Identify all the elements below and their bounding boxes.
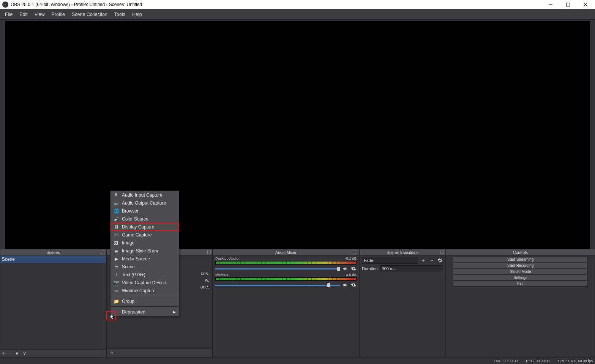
context-menu-item[interactable]: 🎙Audio Input Capture — [110, 191, 179, 199]
mic-icon: 🎙 — [114, 192, 119, 198]
maximize-button[interactable] — [559, 0, 577, 9]
scene-add-button[interactable]: + — [2, 350, 5, 356]
mouse-cursor-icon — [110, 314, 115, 320]
folder-icon: 📁 — [114, 299, 119, 304]
volume-slider[interactable] — [215, 285, 340, 286]
dock-mixer-title: Audio Mixer — [275, 250, 296, 255]
menu-profile[interactable]: Profile — [48, 9, 68, 19]
vu-meter — [215, 277, 357, 281]
menu-scene-collection[interactable]: Scene Collection — [68, 9, 111, 19]
context-menu-item-label: Text (GDI+) — [122, 272, 145, 277]
status-cpu: CPU: 1.4%, 60.00 fps — [558, 359, 593, 363]
volume-slider[interactable] — [215, 268, 340, 269]
context-menu-item[interactable]: TText (GDI+) — [110, 271, 179, 279]
exit-button[interactable]: Exit — [453, 281, 588, 287]
mixer-track: Mic/Aux -3.0 dB — [213, 272, 359, 288]
context-menu-item-label: Audio Output Capture — [122, 200, 166, 206]
minimize-button[interactable] — [542, 0, 559, 9]
dock-mixer-header[interactable]: Audio Mixer — [213, 249, 359, 255]
dock-detach-icon[interactable] — [354, 251, 357, 254]
transition-duration-input[interactable] — [380, 265, 443, 272]
preview-canvas[interactable] — [5, 21, 590, 249]
vu-meter — [215, 261, 357, 265]
studio-mode-button[interactable]: Studio Mode — [453, 269, 588, 274]
scene-move-down-button[interactable]: ∨ — [23, 350, 27, 356]
context-menu-item[interactable]: 🖌Color Source — [110, 215, 179, 223]
window-icon: ▭ — [114, 288, 119, 293]
monitor-icon: 🖥 — [114, 224, 119, 230]
obs-logo-icon — [2, 2, 8, 8]
transition-remove-button[interactable]: − — [429, 257, 435, 263]
globe-icon: 🌐 — [114, 208, 119, 214]
status-rec: REC: 00:00:00 — [526, 359, 549, 363]
menu-help[interactable]: Help — [129, 9, 145, 19]
play-icon: ▶ — [114, 256, 119, 262]
context-menu-item[interactable]: ☰Scene — [110, 263, 179, 271]
menu-edit[interactable]: Edit — [16, 9, 31, 19]
start-recording-button[interactable]: Start Recording — [453, 263, 588, 268]
scene-remove-button[interactable]: − — [9, 350, 12, 356]
context-menu-item-deprecated[interactable]: Deprecated▶ — [110, 308, 179, 316]
context-menu-item[interactable]: 🎮Game Capture — [110, 231, 179, 239]
menu-separator — [110, 296, 179, 296]
mixer-track-name: Desktop Audio — [215, 256, 238, 260]
context-menu-item[interactable]: 🌐Browser — [110, 207, 179, 215]
dock-scenes: Scenes Scene + − ∧ ∨ — [0, 249, 106, 357]
mute-button[interactable] — [342, 282, 348, 288]
sources-empty-hint: ces. w, one. — [200, 271, 209, 290]
scene-move-up-button[interactable]: ∧ — [15, 350, 19, 356]
dock-detach-icon[interactable] — [207, 251, 211, 254]
dock-scenes-header[interactable]: Scenes — [0, 249, 106, 255]
scene-row[interactable]: Scene — [0, 255, 106, 263]
svg-rect-3 — [567, 3, 570, 6]
dock-transitions-header[interactable]: Scene Transitions — [360, 249, 445, 255]
transition-settings-button[interactable] — [437, 257, 443, 263]
gamepad-icon: 🎮 — [114, 232, 119, 238]
settings-button[interactable]: Settings — [453, 275, 588, 280]
context-menu-item[interactable]: 📷Video Capture Device — [110, 279, 179, 287]
window-title: OBS 25.0.1 (64-bit, windows) - Profile: … — [11, 2, 542, 7]
context-menu-item-group[interactable]: 📁Group — [110, 297, 179, 305]
dock-detach-icon[interactable] — [440, 251, 444, 254]
context-menu-item[interactable]: ▶Media Source — [110, 255, 179, 263]
transition-duration-label: Duration — [362, 266, 378, 271]
context-menu-item-label: Deprecated — [122, 309, 145, 315]
context-menu-item[interactable]: 🖥Display Capture — [110, 223, 179, 231]
dock-detach-icon[interactable] — [101, 251, 104, 254]
mixer-track-db: -3.0 dB — [345, 273, 357, 277]
context-menu-item[interactable]: ▭Window Capture — [110, 287, 179, 295]
transition-select[interactable] — [362, 257, 418, 264]
context-menu-item-label: Window Capture — [122, 288, 156, 293]
context-menu-item-label: Display Capture — [122, 224, 154, 230]
context-menu-item-label: Scene — [122, 264, 135, 269]
context-menu-item-label: Browser — [122, 208, 139, 214]
add-source-context-menu: 🎙Audio Input Capture🔈Audio Output Captur… — [110, 191, 179, 316]
menu-tools[interactable]: Tools — [111, 9, 129, 19]
track-settings-button[interactable] — [350, 266, 357, 272]
context-menu-item-label: Media Source — [122, 256, 150, 262]
context-menu-item[interactable]: 🔈Audio Output Capture — [110, 199, 179, 207]
text-icon: T — [114, 272, 119, 277]
dock-scene-transitions: Scene Transitions + − Duration — [359, 249, 446, 357]
menu-view[interactable]: View — [31, 9, 48, 19]
mixer-track-name: Mic/Aux — [215, 273, 228, 277]
sources-toolbar: + — [107, 348, 212, 357]
close-button[interactable] — [577, 0, 594, 9]
preview-area — [0, 20, 595, 249]
list-icon: ☰ — [114, 264, 119, 269]
speaker-icon: 🔈 — [114, 200, 119, 206]
dock-scenes-title: Scenes — [46, 250, 60, 255]
context-menu-item[interactable]: 🖼Image — [110, 239, 179, 247]
context-menu-item-label: Audio Input Capture — [122, 192, 163, 198]
context-menu-item[interactable]: ≣Image Slide Show — [110, 247, 179, 255]
track-settings-button[interactable] — [350, 282, 357, 288]
start-streaming-button[interactable]: Start Streaming — [453, 257, 588, 262]
status-bar: LIVE: 00:00:00 REC: 00:00:00 CPU: 1.4%, … — [0, 357, 595, 364]
dock-controls-title: Controls — [513, 250, 528, 255]
context-menu-item-label: Image — [122, 240, 134, 246]
source-add-button[interactable]: + — [108, 349, 116, 357]
dock-controls-header[interactable]: Controls — [446, 249, 595, 255]
menu-file[interactable]: File — [2, 9, 16, 19]
mute-button[interactable] — [342, 266, 348, 272]
transition-add-button[interactable]: + — [420, 257, 426, 263]
